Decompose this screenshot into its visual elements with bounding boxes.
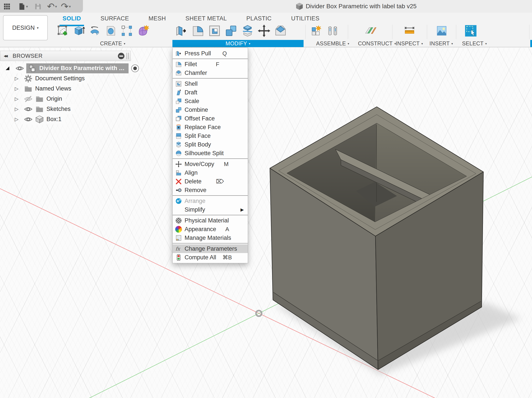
move-copy-icon[interactable] [258,24,271,37]
menu-item-appearance[interactable]: Appearance A [173,225,248,234]
fillet-icon[interactable] [191,24,204,37]
file-caret-icon[interactable]: ▾ [26,4,28,9]
disclosure-expanded-icon[interactable] [6,66,9,70]
disclosure-collapsed-icon[interactable]: ▷ [15,86,20,92]
split-body-icon[interactable] [241,24,254,37]
menu-item-combine[interactable]: Combine [173,106,248,114]
tab-utilities[interactable]: UTILITIES [291,15,320,22]
tab-surface[interactable]: SURFACE [101,15,129,22]
menu-item-simplify[interactable]: Simplify ▶ [173,205,248,214]
menu-item-manage-materials[interactable]: Manage Materials [173,234,248,242]
redo-caret-icon[interactable]: ▾ [69,4,71,9]
activate-component-radio[interactable] [129,63,141,73]
inspect-caret-icon: ▾ [421,42,423,45]
construct-group-label[interactable]: CONSTRUCT▾ [362,40,392,47]
disclosure-collapsed-icon[interactable]: ▷ [15,96,20,102]
tree-row-sketches[interactable]: ▷ Sketches [0,104,133,114]
menu-item-silhouette-split[interactable]: Silhouette Split [173,149,248,158]
assemble-group-icons [309,24,339,37]
insert-group-label[interactable]: INSERT▾ [427,40,455,47]
disclosure-collapsed-icon[interactable]: ▷ [15,117,20,122]
shell-icon [175,81,182,87]
extrude-icon[interactable] [72,24,85,37]
eye-icon[interactable] [15,64,24,73]
create-group-label[interactable]: CREATE▾ [54,40,171,47]
tab-mesh[interactable]: MESH [149,15,166,22]
create-sketch-icon[interactable] [56,24,69,37]
menu-item-delete[interactable]: Delete ⌦ [173,177,248,186]
assemble-group-label[interactable]: ASSEMBLE▾ [305,40,361,47]
press-pull-icon[interactable] [175,24,188,37]
save-icon[interactable] [34,2,42,11]
menu-item-scale[interactable]: Scale [173,97,248,106]
app-grid-icon[interactable] [3,2,11,11]
disclosure-collapsed-icon[interactable]: ▷ [15,106,20,112]
tab-plastic[interactable]: PLASTIC [247,15,272,22]
tree-row-origin[interactable]: ▷ Origin [0,94,133,104]
browser-drag-handle[interactable] [127,53,129,59]
file-tab-icon[interactable]: ▾ [18,2,28,11]
menu-item-label: Draft [184,89,197,96]
menu-item-remove[interactable]: Remove [173,186,248,194]
collapse-browser-icon[interactable]: ◀◀ [4,54,7,58]
menu-item-align[interactable]: Align [173,168,248,177]
create-form-ic[interactable] [136,24,149,37]
select-caret-icon: ▾ [485,42,487,45]
menu-item-press-pull[interactable]: Press Pull Q [173,49,248,58]
menu-item-change-parameters[interactable]: Change Parameters [173,244,248,253]
shell-icon[interactable] [208,24,221,37]
inspect-group-label[interactable]: INSPECT▾ [393,40,426,47]
undo-caret-icon[interactable]: ▾ [55,4,57,9]
press-pull-icon [175,50,182,57]
revolve-icon[interactable] [88,24,101,37]
menu-item-label: Split Face [184,133,211,139]
menu-separator [173,158,248,159]
chamfer-icon[interactable] [274,24,287,37]
chamfer-icon [175,70,182,76]
menu-separator [173,215,248,215]
redo-icon[interactable]: ↷▾ [61,2,71,11]
menu-item-label: Arrange [184,198,205,205]
select-group-label[interactable]: SELECT▾ [456,40,493,47]
menu-item-label: Appearance [184,226,216,233]
menu-item-offset-face[interactable]: Offset Face [173,114,248,123]
joint-icon[interactable] [326,24,339,37]
menu-item-shell[interactable]: Shell [173,79,248,88]
eye-icon[interactable] [24,115,32,124]
eye-off-icon[interactable] [24,95,32,103]
tab-solid[interactable]: SOLID [63,15,81,22]
menu-item-physical-material[interactable]: Physical Material [173,216,248,225]
tab-sheet-metal[interactable]: SHEET METAL [185,15,227,22]
canvas-icon[interactable] [435,24,448,37]
tree-row-named-views[interactable]: ▷ Named Views [0,84,133,94]
offset-plane-icon[interactable] [364,24,377,37]
root-selected-chip[interactable]: Divider Box Parametric with … [26,63,128,73]
measure-icon[interactable] [403,24,416,37]
menu-item-split-body[interactable]: Split Body [173,140,248,149]
silhouette-split-icon [175,150,182,157]
menu-item-arrange[interactable]: Arrange [173,197,248,205]
menu-item-move-copy[interactable]: Move/Copy M [173,160,248,168]
modify-group-label[interactable]: MODIFY▾ [172,40,304,47]
eye-icon[interactable] [24,105,32,113]
move-copy-icon [175,161,182,168]
menu-item-draft[interactable]: Draft [173,88,248,97]
undo-icon[interactable]: ↶▾ [47,2,57,11]
tree-row-box1[interactable]: ▷ Box:1 [0,114,133,124]
workspace-switcher[interactable]: DESIGN ▾ [3,15,48,40]
menu-item-replace-face[interactable]: Replace Face [173,123,248,131]
tree-row-root[interactable]: Divider Box Parametric with … [0,63,133,73]
menu-item-compute-all[interactable]: Compute All ⌘B [173,253,248,262]
disclosure-collapsed-icon[interactable]: ▷ [15,76,20,81]
combine-icon[interactable] [225,24,238,37]
tree-row-document-settings[interactable]: ▷ Document Settings [0,73,133,84]
browser-options-icon[interactable] [118,53,124,59]
new-component-icon[interactable] [309,24,322,37]
rectangular-pattern-icon[interactable] [120,24,133,37]
menu-item-split-face[interactable]: Split Face [173,131,248,140]
browser-header[interactable]: ◀◀ BROWSER [0,51,131,61]
menu-item-chamfer[interactable]: Chamfer [173,68,248,77]
hole-icon[interactable] [104,24,117,37]
select-window-icon[interactable] [464,24,477,37]
menu-item-fillet[interactable]: Fillet F [173,60,248,68]
